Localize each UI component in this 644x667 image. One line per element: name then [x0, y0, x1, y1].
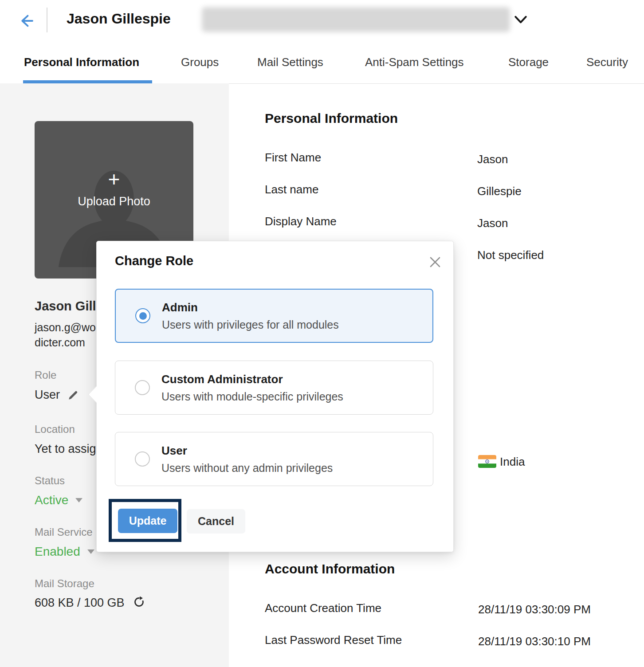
tab-mail-settings[interactable]: Mail Settings	[257, 42, 323, 83]
role-option-custom-administrator-desc: Users with module-specific privileges	[161, 390, 343, 403]
upload-photo-label: Upload Photo	[35, 195, 193, 208]
mail-service-value-text: Enabled	[35, 545, 80, 558]
display-name-value: Jason	[477, 216, 508, 230]
refresh-storage-icon[interactable]	[133, 596, 145, 608]
role-option-user-title: User	[161, 444, 333, 458]
tab-storage[interactable]: Storage	[508, 42, 549, 83]
status-dropdown-icon[interactable]	[75, 498, 82, 502]
last-password-reset-time-label: Last Password Reset Time	[265, 633, 402, 647]
status-label: Status	[35, 475, 65, 487]
sidebar-email-line2: dicter.com	[35, 336, 85, 349]
role-option-admin[interactable]: Admin Users with privileges for all modu…	[115, 289, 433, 343]
status-value-text: Active	[35, 493, 68, 507]
edit-role-pencil-icon[interactable]	[67, 389, 79, 401]
active-tab-underline	[23, 80, 152, 83]
tab-personal-information[interactable]: Personal Information	[24, 42, 139, 83]
personal-information-heading: Personal Information	[265, 111, 398, 126]
role-option-admin-desc: Users with privileges for all modules	[162, 318, 339, 331]
mail-storage-value-text: 608 KB / 100 GB	[35, 596, 125, 609]
role-option-custom-administrator-title: Custom Administrator	[161, 373, 343, 386]
role-value: User	[35, 388, 60, 402]
display-name-label: Display Name	[265, 215, 337, 228]
update-button-highlight-box: Update	[109, 499, 181, 542]
account-creation-time-label: Account Creation Time	[265, 601, 381, 615]
cancel-button[interactable]: Cancel	[187, 509, 245, 534]
change-role-dialog: Change Role Admin Users with privileges …	[96, 241, 454, 552]
role-option-user[interactable]: User Users without any admin privileges	[115, 432, 433, 486]
last-name-label: Last name	[265, 183, 318, 196]
page-header: Jason Gillespie	[0, 0, 644, 42]
role-label: Role	[35, 369, 56, 381]
account-creation-time-value: 28/11/19 03:30:09 PM	[478, 603, 591, 616]
redacted-email-blur	[202, 7, 510, 32]
mail-storage-label: Mail Storage	[35, 577, 94, 590]
chevron-down-icon[interactable]	[513, 14, 529, 26]
update-button[interactable]: Update	[118, 509, 177, 533]
mail-storage-value: 608 KB / 100 GB	[35, 596, 145, 610]
last-password-reset-time-value: 28/11/19 03:30:10 PM	[478, 635, 591, 648]
mail-service-value: Enabled	[35, 545, 94, 559]
location-label: Location	[35, 423, 75, 436]
mail-service-label: Mail Service	[35, 526, 93, 538]
last-name-value: Gillespie	[477, 184, 522, 198]
role-option-user-desc: Users without any admin privileges	[161, 462, 333, 475]
india-flag-icon	[478, 455, 496, 468]
header-divider	[47, 8, 47, 32]
sidebar-email-line1: jason.g@wo	[35, 321, 96, 334]
tab-bar: Personal Information Groups Mail Setting…	[0, 42, 644, 84]
close-icon[interactable]	[428, 255, 442, 269]
role-option-custom-administrator[interactable]: Custom Administrator Users with module-s…	[115, 361, 433, 415]
radio-admin[interactable]	[135, 308, 150, 323]
radio-custom-administrator[interactable]	[135, 380, 150, 395]
dialog-title: Change Role	[115, 254, 193, 268]
plus-icon: +	[35, 169, 193, 189]
first-name-label: First Name	[265, 151, 321, 165]
country-value: India	[500, 455, 525, 469]
user-detail-page: Jason Gillespie Personal Information Gro…	[0, 0, 644, 667]
account-information-heading: Account Information	[265, 561, 395, 577]
status-value: Active	[35, 493, 82, 507]
back-arrow-icon[interactable]	[17, 12, 35, 30]
role-option-admin-title: Admin	[162, 301, 339, 314]
tab-anti-spam-settings[interactable]: Anti-Spam Settings	[365, 42, 464, 83]
page-title: Jason Gillespie	[67, 11, 171, 27]
mail-service-dropdown-icon[interactable]	[87, 549, 94, 554]
tab-groups[interactable]: Groups	[181, 42, 219, 83]
location-value: Yet to assign	[35, 442, 103, 456]
not-specified-value: Not specified	[477, 248, 544, 262]
first-name-value: Jason	[477, 153, 508, 166]
radio-user[interactable]	[135, 451, 150, 467]
tab-security[interactable]: Security	[586, 42, 628, 83]
